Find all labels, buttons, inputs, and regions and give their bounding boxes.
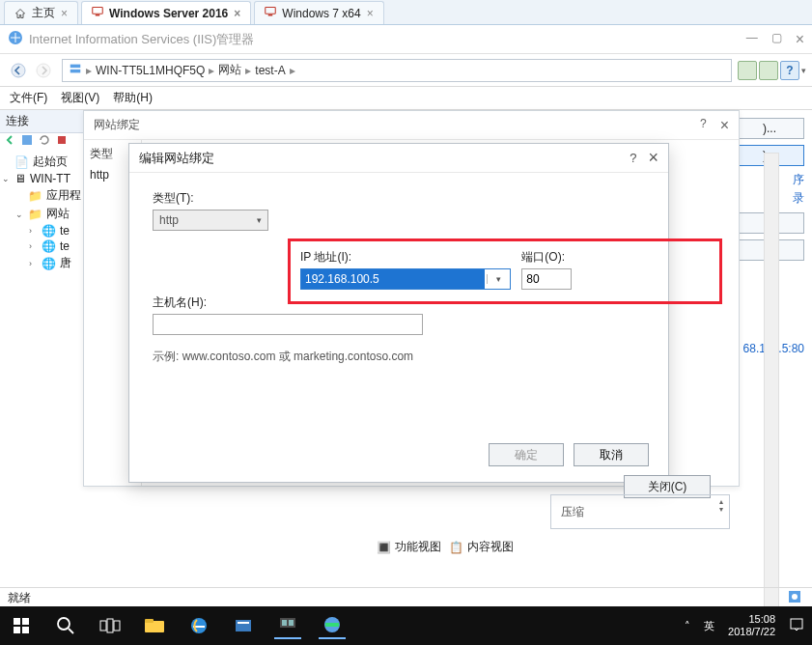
breadcrumb[interactable]: ▸ WIN-TT5L1MHQF5Q ▸ 网站 ▸ test-A ▸ <box>62 59 732 82</box>
server-icon <box>69 62 82 78</box>
chevron-down-icon[interactable]: ▾ <box>487 274 510 284</box>
vm-tab-other[interactable]: Windows 7 x64 × <box>254 1 383 24</box>
close-icon[interactable]: × <box>648 148 658 168</box>
connections-tree: 📄起始页 ⌄🖥WIN-TT 📁应用程 ⌄📁网站 ›🌐te ›🌐te ›🌐唐 <box>2 153 83 272</box>
vm-tab-other-label: Windows 7 x64 <box>282 7 360 20</box>
view-switch: 🔳功能视图 📋内容视图 <box>377 539 514 555</box>
svg-point-6 <box>37 64 50 77</box>
notifications-icon[interactable] <box>789 617 804 634</box>
back-button[interactable] <box>6 58 31 83</box>
hostname-example: 示例: www.contoso.com 或 marketing.contoso.… <box>153 349 645 365</box>
toolbar-icon-1[interactable] <box>738 61 757 80</box>
content-view-tab[interactable]: 📋内容视图 <box>449 539 514 555</box>
vm-tab-home[interactable]: 主页 × <box>4 1 78 24</box>
close-icon[interactable]: × <box>367 7 374 20</box>
ie-icon[interactable] <box>185 612 212 639</box>
globe-icon: 🌐 <box>42 224 56 238</box>
tree-apppools[interactable]: 📁应用程 <box>2 186 83 205</box>
action-button-1[interactable]: )... <box>735 118 804 139</box>
close-icon[interactable]: × <box>720 117 729 134</box>
home-icon <box>14 8 26 19</box>
svg-rect-13 <box>14 618 20 625</box>
scroll-down-icon[interactable]: ▾ <box>719 506 723 514</box>
cancel-button[interactable]: 取消 <box>574 443 649 466</box>
save-icon[interactable] <box>21 134 33 146</box>
svg-rect-2 <box>266 8 276 14</box>
close-button[interactable]: × <box>796 31 804 48</box>
action-link-order[interactable]: 序 <box>793 173 804 186</box>
action-link-record[interactable]: 录 <box>793 191 804 205</box>
breadcrumb-sites[interactable]: 网站 <box>218 62 241 78</box>
server-manager-icon[interactable] <box>274 612 301 639</box>
taskbar: ˄ 英 15:08 2018/7/22 <box>0 606 812 645</box>
close-icon[interactable]: × <box>61 7 68 20</box>
ip-combo[interactable]: ▾ <box>300 268 511 290</box>
task-view-icon[interactable] <box>97 612 124 639</box>
taskbar-app-1[interactable] <box>230 612 257 639</box>
stop-icon[interactable] <box>56 134 68 146</box>
menu-file[interactable]: 文件(F) <box>10 90 47 106</box>
svg-rect-29 <box>289 620 294 626</box>
type-label: 类型(T): <box>153 190 268 207</box>
vm-tab-active-label: Windows Server 2016 <box>109 7 228 20</box>
tree-host[interactable]: ⌄🖥WIN-TT <box>2 171 83 186</box>
globe-icon: 🌐 <box>42 239 56 253</box>
breadcrumb-site[interactable]: test-A <box>255 64 285 77</box>
help-icon[interactable]: ? <box>700 117 707 134</box>
tree-start-page[interactable]: 📄起始页 <box>2 153 83 171</box>
port-label: 端口(O): <box>521 249 579 266</box>
ip-input[interactable] <box>301 269 485 289</box>
breadcrumb-host[interactable]: WIN-TT5L1MHQF5Q <box>96 64 205 77</box>
svg-rect-1 <box>96 14 100 16</box>
start-button[interactable] <box>8 612 35 639</box>
toolbar-icon-2[interactable] <box>759 61 778 80</box>
nav-left-icon[interactable] <box>4 134 15 146</box>
menu-view[interactable]: 视图(V) <box>61 90 99 106</box>
ip-label: IP 地址(I): <box>300 249 511 266</box>
ok-button[interactable]: 确定 <box>489 443 564 466</box>
type-combo[interactable]: http ▾ <box>153 210 268 231</box>
menu-help[interactable]: 帮助(H) <box>113 90 153 106</box>
clock-date: 2018/7/22 <box>728 626 775 638</box>
bindings-dialog-title: 网站绑定 <box>94 117 140 133</box>
svg-point-17 <box>58 618 70 630</box>
forward-button[interactable] <box>31 58 56 83</box>
toolbar-help-icon[interactable]: ? <box>780 61 799 80</box>
tree-site-tang[interactable]: ›🌐唐 <box>2 254 83 272</box>
tray-up-icon[interactable]: ˄ <box>685 620 690 632</box>
refresh-icon[interactable] <box>39 134 50 146</box>
svg-rect-25 <box>236 620 251 631</box>
list-icon: 📋 <box>449 541 463 554</box>
grid-icon: 🔳 <box>377 541 391 554</box>
search-icon[interactable] <box>52 612 79 639</box>
features-view-tab[interactable]: 🔳功能视图 <box>377 539 441 555</box>
maximize-button[interactable]: ▢ <box>771 31 782 48</box>
feature-panel-label: 压缩 <box>561 504 584 520</box>
ime-indicator[interactable]: 英 <box>704 619 714 633</box>
iis-app-icon <box>8 30 23 48</box>
main-body: 连接 📄起始页 ⌄🖥WIN-TT 📁应用程 ⌄📁网站 ›🌐te ›🌐te ›🌐唐… <box>0 110 812 587</box>
iis-taskbar-icon[interactable] <box>319 612 346 639</box>
clock-time: 15:08 <box>728 613 775 626</box>
tree-site-te2[interactable]: ›🌐te <box>2 238 83 254</box>
port-input[interactable] <box>521 268 572 290</box>
clock[interactable]: 15:08 2018/7/22 <box>728 613 775 638</box>
hostname-input[interactable] <box>153 314 423 335</box>
toolbar-dropdown-icon[interactable]: ▾ <box>801 66 806 75</box>
vm-tab-active[interactable]: Windows Server 2016 × <box>81 1 251 24</box>
minimize-button[interactable]: — <box>746 31 758 48</box>
svg-rect-10 <box>58 136 66 144</box>
tree-site-te1[interactable]: ›🌐te <box>2 223 83 238</box>
help-icon[interactable]: ? <box>630 151 636 165</box>
screen-icon <box>265 6 276 20</box>
feature-panel-item[interactable]: 压缩 ▴▾ <box>550 494 730 529</box>
svg-rect-21 <box>114 621 120 631</box>
close-icon[interactable]: × <box>234 7 240 20</box>
tree-sites[interactable]: ⌄📁网站 <box>2 205 83 223</box>
right-scrollbar[interactable] <box>764 153 779 645</box>
nav-bar: ▸ WIN-TT5L1MHQF5Q ▸ 网站 ▸ test-A ▸ ? ▾ <box>0 54 812 87</box>
screen-icon <box>92 6 103 20</box>
explorer-icon[interactable] <box>141 612 168 639</box>
config-icon[interactable] <box>787 589 802 604</box>
svg-point-5 <box>12 64 25 77</box>
